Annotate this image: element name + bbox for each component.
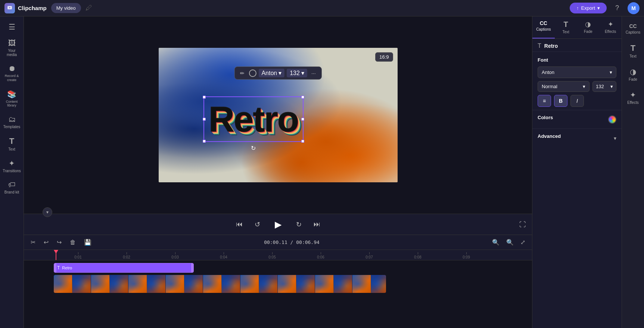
tab-effects[interactable]: ✦ Effects (599, 16, 622, 38)
more-options-button[interactable]: ··· (309, 69, 318, 77)
save-button[interactable]: 💾 (82, 237, 94, 247)
zoom-in-button[interactable]: 🔍 (504, 237, 516, 247)
split-clip-button[interactable]: ✂ (28, 237, 38, 247)
font-dropdown-chevron: ▾ (279, 69, 281, 77)
video-clip[interactable] (54, 275, 386, 293)
edge-text-label: Text (629, 54, 636, 58)
rotate-handle[interactable]: ↻ (251, 145, 256, 152)
skip-back-button[interactable]: ⏮ (234, 218, 245, 230)
style-value: Normal (542, 84, 557, 89)
edge-item-text[interactable]: T Text (623, 40, 643, 62)
panel-retro-header: T Retro (532, 39, 622, 52)
avatar[interactable]: M (628, 2, 640, 14)
bold-button[interactable]: B (554, 95, 567, 107)
colors-picker-icon[interactable] (608, 115, 616, 124)
text-clip-handle-left[interactable] (54, 263, 56, 272)
text-panel-icon: T (564, 20, 568, 29)
sidebar-item-content-library[interactable]: 📚 Contentlibrary (1, 87, 22, 111)
fullscreen-button[interactable]: ⛶ (519, 220, 526, 228)
rewind-button[interactable]: ↺ (252, 218, 262, 231)
edge-fade-label: Fade (629, 77, 637, 81)
canvas-text[interactable]: Retro (204, 97, 303, 141)
tab-fade[interactable]: ◑ Fade (577, 16, 600, 38)
tracks-container: T Retro (24, 260, 532, 293)
delete-clip-button[interactable]: 🗑 (68, 238, 78, 247)
text-edit-button[interactable]: ✏ (238, 69, 246, 77)
timeline-time-display: 00:00.11 / 00:06.94 (97, 239, 486, 245)
forward-button[interactable]: ↻ (294, 218, 304, 231)
font-selector[interactable]: Anton ▾ (258, 69, 284, 77)
video-frame-14 (296, 275, 315, 293)
video-frame-2 (72, 275, 91, 293)
video-frame-17 (352, 275, 371, 293)
edge-effects-icon: ✦ (630, 90, 636, 99)
text-clip[interactable]: T Retro (54, 263, 194, 273)
sidebar-item-brand-kit[interactable]: 🏷 Brand kit (1, 177, 22, 197)
sidebar-item-templates[interactable]: 🗂 Templates (1, 112, 22, 132)
retro-text-content: Retro (209, 99, 299, 139)
font-section: Font Anton ▾ Normal ▾ 132 ▾ ≡ B (532, 52, 622, 110)
ruler-mark-3: 0:04 (199, 252, 248, 259)
app-logo: Clipchamp (4, 3, 47, 13)
advanced-chevron-icon: ▾ (614, 135, 616, 141)
tab-captions[interactable]: CC Captions (532, 16, 555, 38)
advanced-section[interactable]: Advanced ▾ (532, 129, 622, 147)
sidebar-menu-button[interactable]: ☰ (6, 19, 18, 34)
canvas-frame[interactable]: Retro ↻ ✏ Anton ▾ 132 (159, 48, 398, 182)
video-title-button[interactable]: My video (51, 3, 81, 13)
edge-fade-icon: ◑ (630, 67, 636, 76)
edge-text-icon: T (631, 43, 635, 53)
zoom-out-button[interactable]: 🔍 (490, 237, 502, 247)
text-style-circle[interactable] (249, 69, 256, 77)
size-chevron-icon: ▾ (610, 84, 613, 89)
skip-forward-button[interactable]: ⏭ (311, 218, 323, 230)
text-clip-label: Retro (62, 266, 72, 270)
ruler-marks: 0:01 0:02 0:03 0:04 0:05 (54, 250, 491, 260)
sidebar-item-record-create[interactable]: ⏺ Record &create (1, 61, 22, 85)
sidebar-item-text[interactable]: T Text (1, 133, 22, 154)
your-media-icon: 🖼 (8, 39, 16, 47)
undo-button[interactable]: ↩ (41, 237, 51, 247)
text-clip-icon: T (57, 265, 60, 270)
canvas-wrapper: 16:9 Retro ↻ (159, 48, 398, 182)
timeline-area: ✂ ↩ ↪ 🗑 💾 00:00.11 / 00:06.94 🔍 🔍 ⤢ (24, 235, 532, 328)
fit-timeline-button[interactable]: ⤢ (518, 237, 528, 247)
edge-item-effects[interactable]: ✦ Effects (623, 87, 643, 108)
align-left-button[interactable]: ≡ (538, 95, 551, 107)
captions-icon: CC (540, 20, 547, 26)
export-button[interactable]: ↑ Export ▾ (570, 3, 607, 13)
video-frame-12 (259, 275, 278, 293)
colors-section[interactable]: Colors (532, 110, 622, 129)
sidebar-item-transitions[interactable]: ✦ Transitions (1, 156, 22, 176)
draft-icon[interactable]: 🖊 (85, 4, 92, 12)
video-frame-9 (203, 275, 222, 293)
play-button[interactable]: ▶ (270, 216, 286, 233)
ruler-mark-2: 0:03 (151, 252, 199, 259)
video-frame-3 (91, 275, 110, 293)
edge-item-fade[interactable]: ◑ Fade (623, 64, 643, 85)
aspect-ratio-badge[interactable]: 16:9 (375, 52, 393, 62)
size-dropdown[interactable]: 132 ▾ (592, 81, 616, 92)
text-element[interactable]: Retro ↻ (203, 96, 304, 142)
export-chevron-icon: ▾ (597, 5, 600, 11)
tab-captions-label: Captions (536, 27, 551, 31)
italic-button[interactable]: I (570, 95, 584, 107)
edge-item-captions[interactable]: CC Captions (623, 19, 643, 38)
collapse-button[interactable]: ▾ (43, 207, 52, 217)
tab-text[interactable]: T Text (555, 16, 577, 38)
help-button[interactable]: ? (611, 2, 623, 14)
app-name: Clipchamp (18, 5, 47, 11)
text-clip-handle-right[interactable] (191, 263, 193, 272)
video-frame-4 (110, 275, 128, 293)
font-dropdown[interactable]: Anton ▾ (538, 66, 616, 78)
font-size-selector[interactable]: 132 ▾ (287, 69, 307, 77)
tab-fade-label: Fade (584, 30, 592, 34)
sidebar-item-your-media[interactable]: 🖼 Your media (1, 36, 22, 60)
redo-button[interactable]: ↪ (55, 237, 64, 247)
style-row: Normal ▾ 132 ▾ (538, 81, 616, 92)
style-dropdown[interactable]: Normal ▾ (538, 81, 589, 92)
tab-effects-label: Effects (605, 30, 616, 34)
sidebar-item-label-record: Record &create (5, 74, 19, 82)
ruler-mark-4: 0:05 (248, 252, 296, 259)
canvas-area: 16:9 Retro ↻ (24, 16, 532, 214)
